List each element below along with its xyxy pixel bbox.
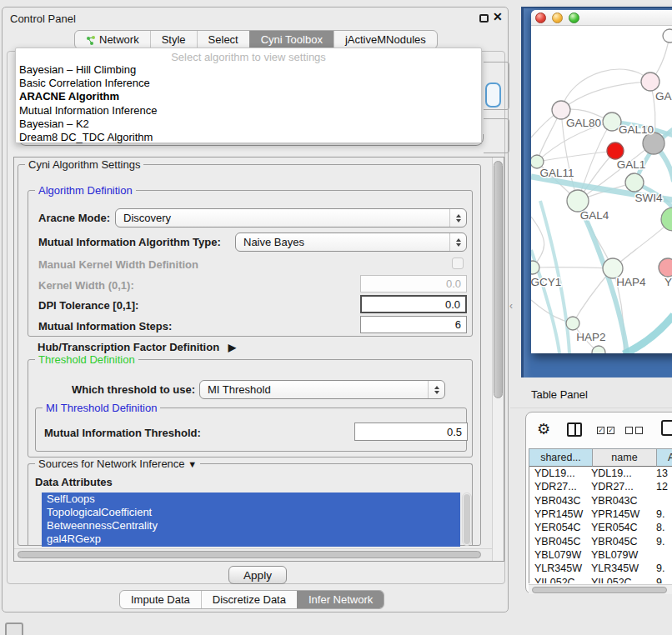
deselect-all-checkbox-icon[interactable]	[635, 427, 643, 434]
apply-button[interactable]: Apply	[228, 566, 287, 584]
network-edge[interactable]	[533, 268, 613, 268]
table-cell: YBR045C	[589, 536, 654, 548]
columns-icon[interactable]	[567, 422, 582, 437]
network-window-titlebar[interactable]	[531, 10, 672, 26]
table-row[interactable]: YBL079WYBL079W	[529, 548, 672, 562]
algorithm-option[interactable]: Bayesian – Hill Climbing	[16, 63, 481, 77]
manual-kernel-width-checkbox[interactable]	[452, 258, 464, 269]
network-node[interactable]	[607, 142, 624, 159]
table-cell: YDR27...	[589, 481, 654, 492]
network-node[interactable]	[566, 317, 579, 330]
tab-style[interactable]: Style	[150, 31, 197, 48]
table-row[interactable]: YLR345WYLR345W9.	[529, 562, 672, 575]
algorithm-option[interactable]: Mutual Information Inference	[16, 104, 481, 118]
mi-threshold-field[interactable]: 0.5	[354, 422, 468, 441]
table-column-header[interactable]: shared...	[529, 449, 593, 467]
algorithm-option[interactable]: Basic Correlation Inference	[16, 77, 481, 90]
deselect-all-checkbox-icon[interactable]	[625, 427, 633, 434]
attributes-list-scrollbar[interactable]	[462, 492, 472, 546]
table-cell: YLR345W	[529, 562, 589, 574]
inference-algorithm-combo-fragment[interactable]	[485, 82, 501, 108]
tab-cyni-toolbox[interactable]: Cyni Toolbox	[249, 31, 333, 48]
network-graph-canvas[interactable]: GAL7GAL80GAL10GAL1SWI4GAL11GAL4GCY1HAP4Y…	[531, 26, 672, 353]
sources-title[interactable]: Sources for Network Inference ▼	[35, 458, 200, 470]
horizontal-scrollbar-thumb[interactable]	[18, 551, 481, 558]
mi-steps-field[interactable]: 6	[360, 316, 467, 333]
network-node[interactable]	[625, 173, 644, 192]
gear-icon[interactable]: ⚙	[537, 420, 550, 438]
data-attribute-item[interactable]: BetweennessCentrality	[42, 519, 460, 532]
collapsed-arrow-icon[interactable]: ▶	[228, 342, 236, 353]
mi-threshold-value: 0.5	[447, 426, 462, 438]
settings-vertical-scrollbar[interactable]	[492, 158, 504, 561]
table-panel-title: Table Panel	[531, 388, 588, 401]
network-node[interactable]	[641, 72, 659, 91]
network-node[interactable]	[531, 261, 539, 274]
close-traffic-light-icon[interactable]	[535, 12, 546, 23]
algorithm-option[interactable]: ARACNE Algorithm	[16, 90, 481, 103]
dpi-tolerance-field[interactable]: 0.0	[360, 295, 467, 313]
algorithm-option[interactable]: Bayesian – K2	[16, 118, 481, 131]
tab-label: jActiveMNodules	[345, 33, 426, 46]
table-row[interactable]: YIL052CYIL052C9.	[529, 575, 672, 583]
data-attribute-item[interactable]: TopologicalCoefficient	[42, 506, 460, 519]
data-attributes-list[interactable]: SelfLoopsTopologicalCoefficientBetweenne…	[42, 492, 460, 547]
table-column-header[interactable]: name	[593, 449, 657, 467]
data-attribute-item[interactable]: SelfLoops	[42, 492, 460, 506]
tab-infer-network[interactable]: Infer Network	[297, 591, 384, 608]
table-row[interactable]: YDR27...YDR27...12	[529, 480, 672, 493]
threshold-definition-title: Threshold Definition	[35, 353, 138, 366]
table-row[interactable]: YPR145WYPR145W9.	[529, 508, 672, 521]
panel-splitter-chevron-icon[interactable]: ‹	[509, 300, 513, 312]
table-column-header[interactable]: A	[657, 449, 672, 467]
tab-discretize-data[interactable]: Discretize Data	[201, 591, 297, 608]
float-window-icon[interactable]	[479, 14, 489, 22]
table-partial-icon[interactable]	[661, 420, 672, 436]
tab-network[interactable]: Network	[75, 31, 150, 48]
table-cell: YER054C	[589, 522, 654, 533]
network-edge[interactable]	[561, 82, 650, 110]
table-cell: YPR145W	[589, 508, 654, 520]
select-all-checkbox-icon[interactable]: ✓	[597, 427, 604, 434]
tab-label: Select	[208, 33, 238, 46]
table-row[interactable]: YER054CYER054C8.	[529, 521, 672, 534]
table-header-row: shared...nameA	[529, 448, 672, 467]
tab-jactivemnodules[interactable]: jActiveMNodules	[333, 31, 437, 48]
table-row[interactable]: YBR043CYBR043C	[529, 494, 672, 508]
network-node-label: HAP4	[616, 276, 646, 288]
table-cell: 13	[654, 468, 672, 479]
zoom-traffic-light-icon[interactable]	[569, 12, 579, 23]
table-scrollbar-thumb[interactable]	[532, 587, 667, 593]
network-edge[interactable]	[561, 69, 650, 110]
mi-algorithm-type-combobox[interactable]: Naive Bayes	[235, 232, 467, 252]
network-node[interactable]	[592, 346, 605, 353]
network-node[interactable]	[659, 258, 672, 277]
tab-select[interactable]: Select	[197, 31, 249, 48]
kernel-width-field[interactable]: 0.0	[360, 275, 467, 292]
network-edge[interactable]	[624, 315, 672, 353]
table-horizontal-scrollbar[interactable]	[529, 584, 672, 594]
network-node[interactable]	[663, 29, 672, 42]
aracne-mode-combobox[interactable]: Discovery	[115, 208, 467, 228]
algorithm-option[interactable]: Dream8 DC_TDC Algorithm	[16, 131, 481, 144]
mi-threshold-definition-title: MI Threshold Definition	[43, 402, 160, 414]
mi-threshold-label: Mutual Information Threshold:	[44, 427, 201, 439]
network-node-label: GCY1	[531, 276, 561, 288]
which-threshold-combobox[interactable]: MI Threshold	[199, 380, 445, 399]
table-row[interactable]: YBR045CYBR045C9.	[529, 534, 672, 548]
data-attribute-item[interactable]: gal4RGexp	[42, 532, 460, 546]
select-all-checkbox-icon[interactable]: ✓	[607, 427, 614, 434]
hub-tf-definition-toggle[interactable]: Hub/Transcription Factor Definition ▶	[38, 341, 236, 353]
network-edge[interactable]	[537, 151, 615, 162]
attributes-scrollbar-thumb[interactable]	[464, 494, 470, 544]
settings-horizontal-scrollbar[interactable]	[14, 548, 492, 560]
expanded-arrow-icon[interactable]: ▼	[188, 459, 197, 469]
vertical-scrollbar-thumb[interactable]	[494, 161, 503, 398]
close-icon[interactable]: ✕	[493, 10, 503, 23]
minimized-panel-icon[interactable]	[5, 622, 23, 635]
network-view-window[interactable]: GAL7GAL80GAL10GAL1SWI4GAL11GAL4GCY1HAP4Y…	[531, 10, 672, 353]
minimize-traffic-light-icon[interactable]	[552, 12, 563, 23]
table-row[interactable]: YDL19...YDL19...13	[529, 467, 672, 480]
network-node[interactable]	[661, 208, 672, 231]
tab-impute-data[interactable]: Impute Data	[120, 591, 201, 608]
